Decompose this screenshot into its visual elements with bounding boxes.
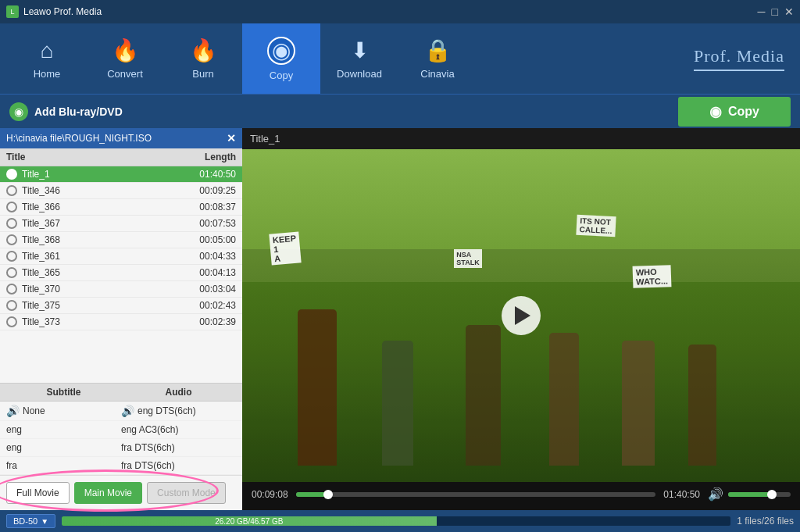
play-button[interactable] [502,296,541,335]
home-icon: ⌂ [41,38,54,63]
title-row[interactable]: Title_370 00:03:04 [0,281,242,298]
bd-type-label: BD-50 [13,516,38,526]
bd-type-arrow[interactable]: ▼ [41,517,48,526]
title-row[interactable]: Title_365 00:04:13 [0,265,242,281]
title-row[interactable]: Title_1 01:40:50 [0,166,242,183]
brand-name: Prof. Media [694,46,784,71]
title-length: 00:03:04 [173,284,236,295]
file-path-bar: H:\cinavia file\ROUGH_NIGHT.ISO ✕ [0,128,242,148]
title-radio[interactable] [6,251,17,262]
title-name: Title_346 [22,185,173,196]
title-radio[interactable] [6,185,17,196]
title-row[interactable]: Title_346 00:09:25 [0,183,242,199]
figure-6 [688,345,716,466]
title-name: Title_375 [22,300,173,311]
nav-cinavia-label: Cinavia [420,68,454,80]
title-length: 00:04:33 [173,251,236,262]
maximize-button[interactable]: □ [772,5,778,18]
nav-convert[interactable]: 🔥 Convert [86,23,164,94]
title-name: Title_365 [22,267,173,278]
copy-action-button[interactable]: ◉ Copy [678,97,791,127]
add-disc-label: Add Blu-ray/DVD [34,105,123,118]
subtitle-value: None [23,405,45,416]
title-length: 00:02:43 [173,300,236,311]
close-button[interactable]: ✕ [784,5,794,18]
minimize-button[interactable]: ─ [758,5,766,18]
subtitle-audio-section: Subtitle Audio 🔊None 🔊eng DTS(6ch) eng e… [0,383,242,475]
subtitle-audio-row[interactable]: 🔊None 🔊eng DTS(6ch) [0,402,242,421]
title-row[interactable]: Title_368 00:05:00 [0,232,242,248]
title-row[interactable]: Title_361 00:04:33 [0,248,242,265]
title-radio[interactable] [6,234,17,245]
video-area: KEEP1A ITS NOTCALLE... NSASTALK WHOWATC.… [242,149,800,482]
sign-its: ITS NOTCALLE... [577,215,616,237]
sub-header-left: ◉ Add Blu-ray/DVD [9,102,123,121]
copy-btn-label: Copy [728,105,759,119]
title-length: 00:07:53 [173,218,236,229]
current-time: 00:09:08 [252,489,288,500]
nav-burn[interactable]: 🔥 Burn [164,23,242,94]
subtitle-col-header: Subtitle [6,387,121,398]
volume-bar[interactable] [728,492,791,497]
title-name: Title_368 [22,234,173,245]
video-controls: 00:09:08 01:40:50 🔊 [242,482,800,510]
main-movie-button[interactable]: Main Movie [74,482,142,504]
title-row[interactable]: Title_375 00:02:43 [0,298,242,314]
title-radio[interactable] [6,316,17,327]
nav-home-label: Home [34,68,61,80]
nav-burn-label: Burn [192,68,213,80]
window-controls[interactable]: ─ □ ✕ [758,5,794,18]
title-row[interactable]: Title_367 00:07:53 [0,216,242,232]
figure-3 [466,325,501,466]
audio-col-header: Audio [121,387,236,398]
volume-icon[interactable]: 🔊 [708,487,723,502]
nav-cinavia[interactable]: 🔒 Cinavia [398,23,477,94]
title-row[interactable]: Title_373 00:02:39 [0,314,242,330]
title-name: Title_367 [22,218,173,229]
close-file-button[interactable]: ✕ [227,132,236,145]
title-rows-container: Title_1 01:40:50 Title_346 00:09:25 Titl… [0,166,242,330]
title-radio[interactable] [6,218,17,229]
title-radio[interactable] [6,267,17,278]
title-row[interactable]: Title_366 00:08:37 [0,199,242,216]
video-title: Title_1 [242,128,800,149]
title-length: 00:04:13 [173,267,236,278]
volume-thumb[interactable] [767,490,777,499]
left-panel: H:\cinavia file\ROUGH_NIGHT.ISO ✕ Title … [0,128,242,510]
nav-home[interactable]: ⌂ Home [8,23,86,94]
title-name: Title_373 [22,316,173,327]
subtitle-audio-row[interactable]: fra fra DTS(6ch) [0,457,242,475]
speaker-icon: 🔊 [121,405,134,417]
title-radio[interactable] [6,284,17,295]
video-frame: KEEP1A ITS NOTCALLE... NSASTALK WHOWATC.… [242,149,800,482]
file-path-text: H:\cinavia file\ROUGH_NIGHT.ISO [6,133,152,144]
subtitle-audio-row[interactable]: eng eng AC3(6ch) [0,421,242,439]
left-bottom-controls: Full Movie Main Movie Custom Mode [0,475,242,510]
progress-thumb[interactable] [323,490,333,499]
title-radio[interactable] [6,300,17,311]
file-count: 1 files/26 files [737,516,794,527]
subtitle-value: eng [6,442,22,453]
title-radio[interactable] [6,169,17,180]
title-length: 00:05:00 [173,234,236,245]
cinavia-icon: 🔒 [424,37,452,63]
subtitle-audio-row[interactable]: eng fra DTS(6ch) [0,439,242,457]
col-length-header: Length [173,152,236,162]
sign-who: WHOWATC... [632,265,671,288]
title-name: Title_1 [22,169,173,180]
title-radio[interactable] [6,202,17,212]
main-content: H:\cinavia file\ROUGH_NIGHT.ISO ✕ Title … [0,128,800,510]
nav-copy[interactable]: ◉ Copy [242,23,320,94]
time-bar: 00:09:08 01:40:50 🔊 [252,487,791,502]
audio-value: fra DTS(6ch) [121,460,175,471]
nav-download[interactable]: ⬇ Download [320,23,398,94]
download-icon: ⬇ [351,37,369,63]
convert-icon: 🔥 [112,37,139,63]
full-movie-button[interactable]: Full Movie [6,482,70,504]
title-length: 01:40:50 [173,169,236,180]
figure-4 [549,333,579,466]
nav-convert-label: Convert [107,68,143,80]
progress-bar[interactable] [296,492,656,497]
custom-mode-button[interactable]: Custom Mode [147,482,226,504]
audio-value: fra DTS(6ch) [121,442,175,453]
